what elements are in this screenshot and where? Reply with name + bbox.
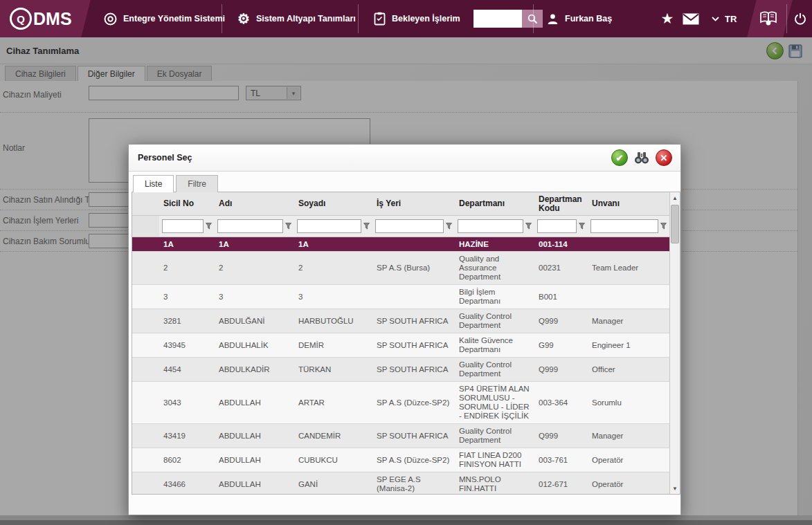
filter-funnel-icon[interactable] [579, 223, 585, 230]
cell-sicil-no: 43466 [159, 472, 215, 494]
search-input[interactable] [473, 10, 522, 28]
nav-divider [786, 4, 787, 33]
tab-liste[interactable]: Liste [133, 175, 174, 192]
cell-departman-kodu: Q999 [534, 424, 588, 448]
cell-departman-kodu: 012-671 [534, 472, 588, 494]
column-header-is-yeri[interactable]: İş Yeri [372, 192, 455, 215]
chevron-down-icon [712, 17, 719, 21]
filter-funnel-icon[interactable] [285, 223, 291, 230]
close-dialog-button[interactable]: ✕ [656, 149, 672, 166]
tab-filtre[interactable]: Filtre [176, 175, 218, 192]
cell-soyadi: GANİ [294, 472, 372, 494]
cell-soyadi: ARTAR [294, 382, 372, 423]
confirm-select-button[interactable]: ✔ [611, 149, 628, 166]
table-row[interactable]: 222SP A.S (Bursa)Quality and Assurance D… [132, 252, 669, 285]
cell-soyadi: CUBUKCU [294, 448, 372, 472]
filter-input-soyadi[interactable] [297, 219, 361, 233]
search-button[interactable] [522, 10, 543, 28]
user-icon [547, 13, 559, 25]
cell-soyadi: CANDEMİR [294, 424, 372, 448]
cell-unvani: Operatör [588, 448, 669, 472]
cell-adi: ABDULĞANİ [215, 309, 294, 333]
cell-unvani [588, 285, 669, 308]
filter-funnel-icon[interactable] [660, 223, 667, 230]
filter-funnel-icon[interactable] [363, 223, 370, 230]
indicator-column-header [132, 192, 159, 215]
user-menu[interactable]: Furkan Baş [547, 0, 612, 37]
cell-is-yeri: SP SOUTH AFRICA [372, 333, 455, 357]
filter-funnel-icon[interactable] [206, 223, 212, 230]
table-filter-row [132, 216, 669, 237]
application-window: Q DMS Entegre Yönetim Sistemi ⚙ Sistem A… [0, 0, 812, 525]
search-icon [527, 14, 538, 24]
table-row[interactable]: 333Bilgi İşlem DepartmanıB001 [132, 285, 669, 309]
cell-soyadi: DEMİR [294, 333, 372, 357]
cell-departmani: Bilgi İşlem Departmanı [455, 285, 534, 308]
cell-soyadi: 1A [294, 237, 372, 251]
power-logout-icon[interactable] [788, 0, 812, 37]
menu-item-label: Entegre Yönetim Sistemi [123, 14, 225, 24]
filter-cell-adi [215, 216, 294, 237]
binoculars-icon [633, 151, 650, 165]
filter-funnel-icon[interactable] [525, 223, 532, 230]
filter-input-departman-kodu[interactable] [537, 219, 577, 233]
user-name: Furkan Baş [565, 14, 612, 24]
indicator-filter-cell [132, 216, 159, 237]
qdms-logo[interactable]: Q DMS [10, 0, 72, 37]
table-row[interactable]: 1A1A1AHAZİNE001-114 [132, 237, 669, 252]
menu-item-sistem-altyapi-tanimlari[interactable]: ⚙ Sistem Altyapı Tanımları [237, 0, 356, 37]
column-header-adi[interactable]: Adı [215, 192, 294, 215]
menu-item-entegre-yonetim-sistemi[interactable]: Entegre Yönetim Sistemi [104, 0, 225, 37]
scroll-up-arrow[interactable]: ▲ [670, 192, 680, 203]
filter-input-unvani[interactable] [590, 219, 658, 233]
table-row[interactable]: 43419ABDULLAHCANDEMİRSP SOUTH AFRICAGual… [132, 424, 669, 448]
vertical-scrollbar[interactable]: ▲ ▼ [669, 192, 680, 494]
help-manual-book-icon[interactable] [755, 0, 782, 37]
cell-sicil-no: 3281 [159, 309, 215, 333]
filter-input-departmani[interactable] [458, 219, 523, 233]
filter-funnel-icon[interactable] [446, 223, 452, 230]
cell-departmani: FIAT LINEA D200 FINISYON HATTI [455, 448, 534, 472]
cell-departman-kodu: Q999 [534, 358, 588, 381]
dialog-titlebar[interactable]: Personel Seç ✔ ✕ [129, 145, 680, 172]
filter-input-adi[interactable] [217, 219, 283, 233]
column-header-sicil-no[interactable]: Sicil No [159, 192, 215, 215]
cell-sicil-no: 4454 [159, 358, 215, 381]
gear-icon: ⚙ [237, 12, 250, 26]
scroll-down-arrow[interactable]: ▼ [670, 483, 680, 494]
scrollbar-thumb[interactable] [671, 205, 679, 243]
cell-sicil-no: 43945 [159, 333, 215, 357]
table-row[interactable]: 43466ABDULLAHGANİSP EGE A.S (Manisa-2)MN… [132, 472, 669, 494]
filter-cell-unvani [588, 216, 669, 237]
column-header-departman-kodu[interactable]: Departman Kodu [534, 192, 588, 215]
row-indicator-cell [132, 237, 159, 251]
row-indicator-cell [132, 358, 159, 381]
nav-divider [222, 4, 222, 33]
cell-is-yeri: SP A.S (Düzce-SP2) [372, 448, 455, 472]
table-row[interactable]: 3043ABDULLAHARTARSP A.S (Düzce-SP2)SP4 Ü… [132, 382, 669, 424]
row-indicator-cell [132, 309, 159, 333]
column-header-soyadi[interactable]: Soyadı [294, 192, 372, 215]
menu-item-bekleyen-islerim[interactable]: Bekleyen İşlerim [374, 0, 460, 37]
table-row[interactable]: 43945ABDULHALİKDEMİRSP SOUTH AFRICAKalit… [132, 333, 669, 358]
column-header-unvani[interactable]: Unvanı [588, 192, 669, 215]
filter-input-is-yeri[interactable] [375, 219, 444, 233]
filter-input-sicil-no[interactable] [162, 219, 204, 233]
logo-text: DMS [33, 9, 72, 29]
table-row[interactable]: 3281ABDULĞANİHARBUTOĞLUSP SOUTH AFRICAGu… [132, 309, 669, 333]
table-row[interactable]: 4454ABDULKADİRTÜRKANSP SOUTH AFRICAGuali… [132, 358, 669, 382]
table-header-row: Sicil NoAdıSoyadıİş YeriDepartmanıDepart… [132, 192, 669, 216]
language-selector[interactable]: TR [712, 0, 737, 37]
cell-is-yeri: SP SOUTH AFRICA [372, 424, 455, 448]
search-binoculars-button[interactable] [633, 149, 650, 166]
cell-unvani: Engineer 1 [588, 333, 669, 357]
cell-sicil-no: 2 [159, 252, 215, 284]
cell-soyadi: 3 [294, 285, 372, 308]
target-circle-icon [104, 12, 117, 26]
table-row[interactable]: 8602ABDULLAHCUBUKCUSP A.S (Düzce-SP2)FIA… [132, 448, 669, 472]
menu-item-label: Bekleyen İşlerim [392, 14, 460, 24]
mail-icon[interactable] [677, 0, 705, 37]
top-navbar: Q DMS Entegre Yönetim Sistemi ⚙ Sistem A… [0, 0, 812, 37]
column-header-departmani[interactable]: Departmanı [455, 192, 534, 215]
personnel-table: Sicil NoAdıSoyadıİş YeriDepartmanıDepart… [132, 192, 680, 495]
